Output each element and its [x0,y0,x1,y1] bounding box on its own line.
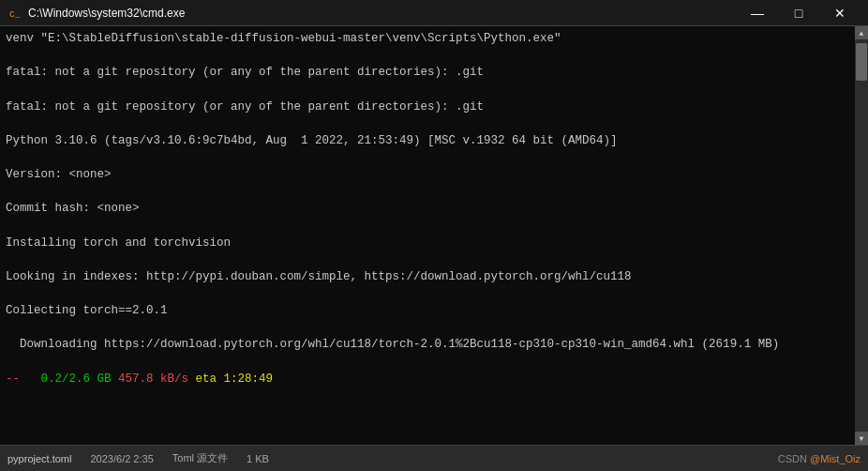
title-bar: C_ C:\Windows\system32\cmd.exe — □ ✕ [0,0,868,26]
close-button[interactable]: ✕ [819,0,861,26]
status-bar: pyproject.toml 2023/6/2 2:35 Toml 源文件 1 … [0,445,868,471]
minimize-button[interactable]: — [737,0,778,26]
cmd-icon: C_ [7,6,22,21]
scrollbar-thumb[interactable] [856,43,867,81]
terminal-wrapper: venv "E:\StableDiffusion\stable-diffusio… [0,26,868,445]
window-controls: — □ ✕ [737,0,861,26]
svg-text:C_: C_ [9,9,21,20]
maximize-button[interactable]: □ [778,0,819,26]
title-bar-text: C:\Windows\system32\cmd.exe [28,7,737,20]
scrollbar-down-button[interactable]: ▼ [855,432,868,445]
status-size: 1 KB [247,453,269,464]
watermark-username: @Mist_Oiz [810,453,861,464]
status-date: 2023/6/2 2:35 [90,453,153,464]
terminal-output[interactable]: venv "E:\StableDiffusion\stable-diffusio… [0,26,855,445]
scrollbar-track[interactable] [855,39,868,432]
status-filetype: Toml 源文件 [172,451,228,465]
scrollbar-up-button[interactable]: ▲ [855,26,868,39]
watermark: CSDN @Mist_Oiz [778,453,861,464]
scrollbar[interactable]: ▲ ▼ [855,26,868,445]
status-filename: pyproject.toml [7,453,71,464]
